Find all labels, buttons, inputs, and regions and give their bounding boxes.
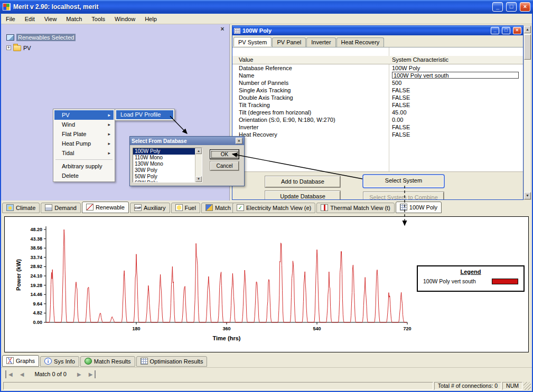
cancel-button[interactable]: Cancel bbox=[210, 161, 239, 170]
context-menu-item-arbitrary-supply[interactable]: Arbitrary supply bbox=[54, 161, 114, 171]
menu-view[interactable]: View bbox=[40, 15, 62, 23]
menu-edit[interactable]: Edit bbox=[20, 15, 40, 23]
table-row[interactable]: Single Axis TrackingFALSE bbox=[232, 87, 523, 94]
power-chart-panel: Power (kW) 0.004.829.6414.4619.2824.1028… bbox=[4, 216, 529, 352]
renewable-icon bbox=[86, 204, 93, 211]
select-system-to-combine-button[interactable]: Select System to Combine bbox=[363, 192, 444, 200]
tab-demand[interactable]: Demand bbox=[41, 203, 81, 213]
update-database-button[interactable]: Update Database bbox=[265, 191, 340, 200]
context-menu-item-tidal[interactable]: Tidal ▸ bbox=[54, 148, 114, 158]
menu-file[interactable]: File bbox=[1, 15, 20, 23]
svg-text:38.56: 38.56 bbox=[30, 245, 42, 251]
load-pv-profile-menu-item[interactable]: Load PV Profile bbox=[116, 110, 173, 119]
vertical-scrollbar[interactable]: ▲ ▼ bbox=[523, 25, 531, 200]
table-row[interactable]: Name100W Poly vert south bbox=[232, 72, 523, 79]
demand-icon bbox=[45, 204, 52, 211]
tab-auxiliary[interactable]: CHPAuxiliary bbox=[130, 203, 170, 213]
table-row[interactable]: Tilt (degrees from horizonal)45.00 bbox=[232, 109, 523, 116]
module-tabstrip: Climate Demand Renewable CHPAuxiliary Fu… bbox=[1, 200, 230, 213]
tree-node-pv[interactable]: + PV bbox=[6, 44, 31, 51]
list-item[interactable]: 60W Poly bbox=[133, 180, 202, 183]
scrollbar-thumb[interactable] bbox=[524, 34, 531, 60]
fuel-icon bbox=[175, 204, 183, 211]
tab-electricity-match-view[interactable]: ✓Electricity Match View (e) bbox=[232, 203, 315, 213]
detail-window-title: 100W Poly bbox=[242, 27, 488, 34]
menu-window[interactable]: Window bbox=[110, 15, 140, 23]
select-system-button[interactable]: Select System bbox=[363, 175, 444, 187]
resize-grip[interactable] bbox=[523, 382, 531, 390]
submenu-arrow-icon: ▸ bbox=[108, 139, 110, 148]
scroll-up-icon[interactable]: ▲ bbox=[195, 148, 202, 154]
table-row[interactable]: InverterFALSE bbox=[232, 123, 523, 131]
context-menu-item-flat-plate[interactable]: Flat Plate ▸ bbox=[54, 129, 114, 139]
tree-expander-icon[interactable]: + bbox=[6, 45, 11, 50]
tab-climate[interactable]: Climate bbox=[2, 203, 40, 213]
menu-match[interactable]: Match bbox=[61, 15, 87, 23]
pv-detail-window: 100W Poly _ □ × PV System PV Panel Inver… bbox=[232, 25, 523, 200]
dialog-titlebar: Select From Database × bbox=[130, 137, 244, 145]
tab-optimisation-results[interactable]: Optimisation Results bbox=[136, 356, 208, 367]
context-menu-item-pv[interactable]: PV ▸ bbox=[54, 110, 114, 120]
add-to-database-button[interactable]: Add to Database bbox=[265, 176, 340, 187]
power-time-chart: 0.004.829.6414.4619.2824.1028.9233.7438.… bbox=[8, 218, 431, 350]
context-menu-item-delete[interactable]: Delete bbox=[54, 171, 114, 180]
climate-icon bbox=[6, 204, 14, 211]
database-listbox[interactable]: 100W Poly 110W Mono 130W Mono 30W Poly 5… bbox=[133, 148, 202, 183]
tab-inverter[interactable]: Inverter bbox=[306, 37, 335, 47]
table-row[interactable]: Double Axis TrackingFALSE bbox=[232, 94, 523, 101]
next-match-button[interactable]: ▶ bbox=[75, 370, 83, 378]
table-row[interactable]: Number of Pannels500 bbox=[232, 79, 523, 87]
tab-sys-info[interactable]: iSys Info bbox=[40, 356, 79, 367]
detail-maximize-button[interactable]: □ bbox=[502, 27, 510, 34]
tab-renewable[interactable]: Renewable bbox=[82, 202, 129, 213]
tab-pv-panel[interactable]: PV Panel bbox=[272, 37, 306, 47]
tab-pv-system[interactable]: PV System bbox=[233, 37, 272, 46]
detail-close-button[interactable]: × bbox=[513, 27, 521, 34]
svg-text:0.00: 0.00 bbox=[33, 320, 42, 325]
detail-minimize-button[interactable]: _ bbox=[491, 27, 499, 34]
context-menu-item-wind[interactable]: Wind ▸ bbox=[54, 120, 114, 129]
table-row[interactable]: Database Reference100W Poly bbox=[232, 64, 523, 72]
last-match-button[interactable]: ▶ bbox=[87, 370, 96, 378]
close-button[interactable]: × bbox=[520, 2, 530, 12]
status-message-area bbox=[3, 382, 433, 390]
list-item[interactable]: 130W Mono bbox=[133, 161, 202, 167]
auxiliary-chp-icon: CHP bbox=[134, 204, 142, 211]
tree-node-renewables-selected[interactable]: Renewables Selected bbox=[6, 34, 76, 41]
tab-thermal-match-view[interactable]: Thermal Match View (t) bbox=[316, 203, 395, 213]
context-menu-item-heat-pump[interactable]: Heat Pump ▸ bbox=[54, 139, 114, 148]
tab-graphs[interactable]: Graphs bbox=[2, 355, 39, 367]
ok-button[interactable]: OK bbox=[210, 150, 239, 159]
detail-window-icon bbox=[234, 28, 240, 34]
scroll-down-icon[interactable]: ▼ bbox=[195, 176, 202, 182]
list-item[interactable]: 50W Poly bbox=[133, 174, 202, 180]
minimize-button[interactable]: _ bbox=[492, 2, 503, 12]
dialog-close-icon[interactable]: × bbox=[236, 138, 242, 144]
listbox-scrollbar[interactable]: ▲ ▼ bbox=[195, 148, 202, 182]
name-edit-field[interactable]: 100W Poly vert south bbox=[392, 72, 519, 79]
maximize-button[interactable]: □ bbox=[506, 2, 517, 12]
tab-100w-poly[interactable]: 100W Poly bbox=[396, 202, 442, 213]
table-row[interactable]: Orientation (S:0, E:90, N:180, W:270)0.0… bbox=[232, 116, 523, 123]
tab-match-results[interactable]: Match Results bbox=[80, 356, 135, 367]
table-row[interactable]: Tilt TrackingFALSE bbox=[232, 101, 523, 109]
first-match-button[interactable]: ◀ bbox=[5, 370, 15, 378]
submenu-arrow-icon: ▸ bbox=[108, 148, 110, 158]
pane-close-icon[interactable]: × bbox=[219, 26, 226, 33]
previous-match-button[interactable]: ◀ bbox=[18, 370, 26, 378]
status-bar: Total # of connections: 0 NUM bbox=[1, 381, 532, 391]
tree-child-label: PV bbox=[23, 45, 31, 51]
svg-text:14.46: 14.46 bbox=[30, 292, 42, 297]
legend-color-swatch bbox=[492, 279, 518, 284]
list-item[interactable]: 110W Mono bbox=[133, 155, 202, 161]
tab-fuel[interactable]: Fuel bbox=[171, 203, 200, 213]
list-item[interactable]: 30W Poly bbox=[133, 167, 202, 174]
menu-tools[interactable]: Tools bbox=[87, 15, 110, 23]
tab-heat-recovery[interactable]: Heat Recovery bbox=[336, 37, 385, 47]
tab-match[interactable]: Match bbox=[201, 203, 235, 213]
menu-help[interactable]: Help bbox=[140, 15, 162, 23]
scroll-up-icon[interactable]: ▲ bbox=[524, 26, 531, 33]
scroll-down-icon[interactable]: ▼ bbox=[524, 192, 531, 199]
list-item[interactable]: 100W Poly bbox=[133, 148, 202, 155]
table-row[interactable]: Heat RecoveryFALSE bbox=[232, 131, 523, 138]
